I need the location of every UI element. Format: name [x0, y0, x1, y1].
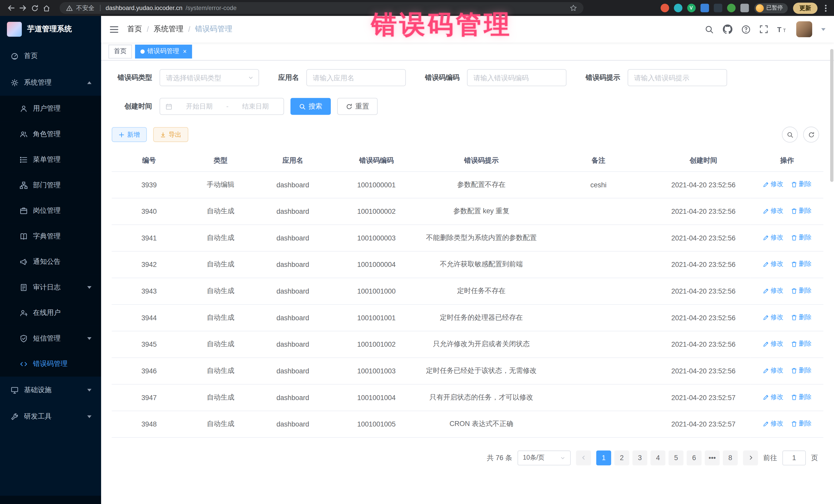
page-button-8[interactable]: 8 [723, 451, 738, 465]
page-button-2[interactable]: 2 [614, 451, 629, 465]
update-button[interactable]: 更新 [793, 2, 817, 14]
goto-page-input[interactable] [783, 451, 806, 465]
sidebar-item-infra[interactable]: 基础设施 [0, 376, 101, 403]
app-logo[interactable]: 芋道管理系统 [0, 16, 101, 43]
prev-page-button[interactable] [576, 451, 591, 465]
next-page-button[interactable] [743, 451, 758, 465]
sidebar-item-user[interactable]: 用户管理 [0, 96, 101, 121]
sidebar-item-dept[interactable]: 部门管理 [0, 172, 101, 198]
sidebar-menu: 首页系统管理用户管理角色管理菜单管理部门管理岗位管理字典管理通知公告审计日志在线… [0, 43, 101, 430]
page-ellipsis-button[interactable]: ••• [705, 451, 720, 465]
puzzle-icon[interactable] [740, 4, 749, 12]
cell-created: 2021-04-20 23:52:56 [656, 224, 751, 251]
add-button[interactable]: 新增 [112, 127, 147, 142]
page-size-select[interactable]: 10条/页 [518, 451, 571, 465]
sidebar-item-notice[interactable]: 通知公告 [0, 249, 101, 274]
toggle-search-button[interactable] [782, 127, 798, 143]
delete-link[interactable]: 删除 [791, 339, 812, 349]
delete-link[interactable]: 删除 [791, 260, 812, 269]
edit-link[interactable]: 修改 [763, 260, 784, 269]
user-avatar[interactable] [796, 21, 812, 37]
extension-icon-blue[interactable] [700, 4, 709, 12]
edit-link-label: 修改 [771, 180, 784, 189]
star-icon[interactable] [570, 4, 577, 12]
tab-label: 错误码管理 [147, 47, 179, 56]
extension-icon-green-v[interactable]: V [687, 4, 696, 12]
browser-profile-chip[interactable]: 已暂停 [754, 3, 788, 13]
export-button[interactable]: 导出 [153, 127, 188, 142]
sidebar-item-error-code[interactable]: 错误码管理 [0, 351, 101, 376]
page-content: 错误码类型 应用名 错误码编码 [101, 61, 834, 504]
error-hint-input[interactable] [628, 69, 727, 86]
error-type-select-input[interactable] [160, 69, 259, 86]
chevron-down-icon[interactable] [821, 28, 826, 30]
delete-link[interactable]: 删除 [791, 286, 812, 295]
sidebar-item-home[interactable]: 首页 [0, 43, 101, 69]
extension-icon-dark[interactable] [714, 4, 722, 12]
address-divider [100, 5, 100, 11]
browser-menu-icon[interactable] [823, 5, 829, 12]
page-button-5[interactable]: 5 [668, 451, 683, 465]
tab-error-code[interactable]: 错误码管理× [135, 44, 192, 58]
edit-link[interactable]: 修改 [763, 339, 784, 349]
delete-link[interactable]: 删除 [791, 366, 812, 375]
hamburger-icon[interactable] [110, 25, 118, 33]
breadcrumb-item[interactable]: 系统管理 [154, 24, 183, 34]
delete-link[interactable]: 删除 [791, 419, 812, 428]
sidebar-item-online-user[interactable]: 在线用户 [0, 300, 101, 325]
error-code-input[interactable] [467, 69, 567, 86]
edit-link[interactable]: 修改 [763, 206, 784, 216]
edit-link[interactable]: 修改 [763, 233, 784, 242]
edit-link[interactable]: 修改 [763, 313, 784, 322]
edit-link[interactable]: 修改 [763, 419, 784, 428]
refresh-table-button[interactable] [803, 127, 819, 143]
forward-icon[interactable] [17, 2, 29, 14]
cell-app: dashboard [255, 357, 331, 384]
delete-link[interactable]: 删除 [791, 180, 812, 189]
app-name-input[interactable] [306, 69, 406, 86]
fullscreen-icon[interactable] [760, 25, 768, 34]
github-icon[interactable] [723, 24, 732, 34]
edit-link[interactable]: 修改 [763, 393, 784, 401]
extension-icon-teal[interactable] [674, 4, 682, 12]
sidebar-item-dict[interactable]: 字典管理 [0, 223, 101, 249]
breadcrumb-item[interactable]: 首页 [127, 24, 142, 34]
delete-link[interactable]: 删除 [791, 233, 812, 242]
delete-link[interactable]: 删除 [791, 206, 812, 216]
close-icon[interactable]: × [183, 48, 187, 54]
date-range-picker[interactable]: 开始日期 - 结束日期 [160, 98, 284, 115]
page-button-6[interactable]: 6 [687, 451, 702, 465]
extension-icon-green[interactable] [727, 4, 735, 12]
extension-icon-red[interactable] [660, 4, 669, 12]
cell-memo [541, 384, 656, 411]
search-icon[interactable] [705, 25, 714, 34]
sidebar-item-role[interactable]: 角色管理 [0, 122, 101, 147]
sidebar-item-menu[interactable]: 菜单管理 [0, 147, 101, 172]
scrollbar-thumb[interactable] [830, 49, 833, 182]
search-button[interactable]: 搜索 [290, 98, 331, 115]
page-button-1[interactable]: 1 [596, 451, 611, 465]
error-type-select[interactable] [160, 69, 259, 86]
address-bar[interactable]: 不安全 dashboard.yudao.iocoder.cn/system/er… [60, 2, 584, 14]
book-icon [20, 232, 28, 240]
edit-link[interactable]: 修改 [763, 286, 784, 295]
browser-home-icon[interactable] [41, 2, 52, 14]
delete-link[interactable]: 删除 [791, 313, 812, 322]
delete-link[interactable]: 删除 [791, 393, 812, 401]
cell-code: 1001001000 [331, 278, 422, 304]
font-size-icon[interactable]: TT [777, 25, 787, 33]
edit-link[interactable]: 修改 [763, 366, 784, 375]
back-icon[interactable] [5, 2, 17, 14]
sidebar-item-audit-log[interactable]: 审计日志 [0, 275, 101, 300]
page-button-4[interactable]: 4 [651, 451, 665, 465]
sidebar-item-post[interactable]: 岗位管理 [0, 198, 101, 223]
sidebar-item-dev-tools[interactable]: 研发工具 [0, 403, 101, 430]
sidebar-item-system[interactable]: 系统管理 [0, 69, 101, 96]
help-icon[interactable] [741, 25, 750, 34]
reset-button[interactable]: 重置 [337, 98, 378, 115]
edit-link[interactable]: 修改 [763, 180, 784, 189]
tab-home[interactable]: 首页 [109, 44, 132, 58]
reload-icon[interactable] [29, 2, 41, 14]
page-button-3[interactable]: 3 [632, 451, 647, 465]
sidebar-item-sms[interactable]: 短信管理 [0, 325, 101, 351]
